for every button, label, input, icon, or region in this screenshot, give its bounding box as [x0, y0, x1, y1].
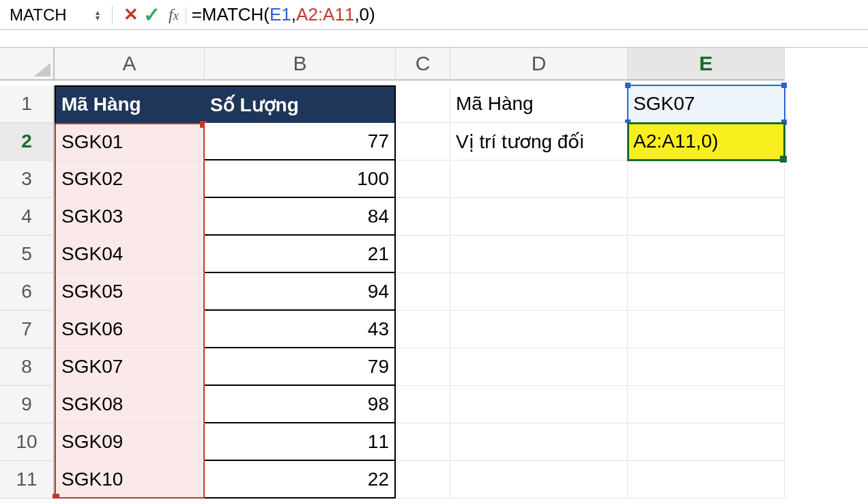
cell-C3[interactable] — [396, 160, 450, 198]
formula-input[interactable]: =MATCH(E1,A2:A11,0) — [186, 3, 864, 27]
cell-B8[interactable]: 79 — [205, 348, 396, 386]
cell-A3[interactable]: SGK02 — [55, 160, 205, 198]
toolbar-gap — [0, 30, 868, 48]
cell-editing-value: A2:A11,0) — [633, 130, 719, 152]
formula-text: =MATCH(E1,A2:A11,0) — [192, 4, 375, 25]
cell-value: SGK10 — [61, 468, 123, 490]
cell-E8[interactable] — [628, 348, 785, 386]
col-header-C[interactable]: C — [396, 48, 450, 81]
accept-formula-button[interactable]: ✓ — [141, 5, 162, 25]
cell-value: SGK07 — [633, 93, 695, 115]
cell-A5[interactable]: SGK04 — [55, 236, 205, 273]
cell-B6[interactable]: 94 — [205, 273, 396, 311]
cell-E1[interactable]: SGK07 — [628, 85, 785, 123]
cell-C6[interactable] — [396, 273, 450, 311]
cell-D11[interactable] — [450, 461, 628, 499]
fx-label[interactable]: fx — [169, 5, 179, 24]
cell-A8[interactable]: SGK07 — [55, 348, 205, 386]
range-handle-icon[interactable] — [781, 83, 787, 88]
row-header-1[interactable]: 1 — [0, 85, 55, 123]
name-box[interactable]: MATCH ▴ ▾ — [3, 3, 104, 27]
formula-bar: MATCH ▴ ▾ ✕ ✓ fx =MATCH(E1,A2:A11,0) — [0, 0, 868, 30]
cell-C1[interactable] — [396, 85, 450, 123]
row-header-11[interactable]: 11 — [0, 461, 55, 499]
cell-D5[interactable] — [450, 236, 628, 273]
cell-A2[interactable]: SGK01 — [55, 123, 205, 160]
separator — [112, 5, 113, 25]
select-all-corner[interactable] — [0, 48, 55, 81]
cell-C4[interactable] — [396, 198, 450, 236]
row-header-3[interactable]: 3 — [0, 160, 55, 198]
cell-E6[interactable] — [628, 273, 785, 311]
cell-A7[interactable]: SGK06 — [55, 311, 205, 348]
cell-A9[interactable]: SGK08 — [55, 386, 205, 423]
row-header-7[interactable]: 7 — [0, 311, 55, 348]
name-box-value: MATCH — [10, 5, 67, 25]
cell-A6[interactable]: SGK05 — [55, 273, 205, 311]
cell-A1[interactable]: Mã Hàng — [55, 85, 205, 123]
check-icon: ✓ — [143, 3, 160, 27]
cell-C7[interactable] — [396, 311, 450, 348]
range-handle-icon[interactable] — [53, 494, 59, 499]
cell-D1[interactable]: Mã Hàng — [450, 85, 628, 123]
row-header-10[interactable]: 10 — [0, 423, 55, 461]
row-header-8[interactable]: 8 — [0, 348, 55, 386]
row-header-4[interactable]: 4 — [0, 198, 55, 236]
cell-B11[interactable]: 22 — [205, 461, 396, 499]
cell-D10[interactable] — [450, 423, 628, 461]
cell-D7[interactable] — [450, 311, 628, 348]
cell-D4[interactable] — [450, 198, 628, 236]
cell-C5[interactable] — [396, 236, 450, 273]
row-header-2[interactable]: 2 — [0, 123, 55, 160]
cell-B2[interactable]: 77 — [205, 123, 396, 160]
cell-E9[interactable] — [628, 386, 785, 423]
cell-B4[interactable]: 84 — [205, 198, 396, 236]
name-box-stepper[interactable]: ▴ ▾ — [96, 10, 100, 20]
col-header-E[interactable]: E — [628, 48, 785, 81]
row-header-9[interactable]: 9 — [0, 386, 55, 423]
cell-E7[interactable] — [628, 311, 785, 348]
cell-B10[interactable]: 11 — [205, 423, 396, 461]
row-header-6[interactable]: 6 — [0, 273, 55, 311]
cancel-formula-button[interactable]: ✕ — [121, 5, 141, 25]
cell-A11[interactable]: SGK10 — [55, 461, 205, 499]
spreadsheet-grid[interactable]: A B C D E 1 Mã Hàng Số Lượng Mã Hàng SGK… — [0, 48, 868, 499]
col-header-D[interactable]: D — [450, 48, 628, 81]
cell-B9[interactable]: 98 — [205, 386, 396, 423]
close-icon: ✕ — [124, 4, 139, 25]
cell-B5[interactable]: 21 — [205, 236, 396, 273]
col-header-A[interactable]: A — [55, 48, 205, 81]
cell-E2-active[interactable]: A2:A11,0) — [628, 123, 785, 160]
cell-D6[interactable] — [450, 273, 628, 311]
cell-E5[interactable] — [628, 236, 785, 273]
cell-E10[interactable] — [628, 423, 785, 461]
cell-A10[interactable]: SGK09 — [55, 423, 205, 461]
cell-C8[interactable] — [396, 348, 450, 386]
cell-B1[interactable]: Số Lượng — [205, 85, 396, 123]
cell-C11[interactable] — [396, 461, 450, 499]
row-header-5[interactable]: 5 — [0, 236, 55, 273]
chevron-down-icon[interactable]: ▾ — [96, 15, 100, 20]
cell-D2[interactable]: Vị trí tương đối — [450, 123, 628, 160]
cell-C10[interactable] — [396, 423, 450, 461]
cell-C9[interactable] — [396, 386, 450, 423]
cell-B7[interactable]: 43 — [205, 311, 396, 348]
cell-value: SGK01 — [61, 131, 123, 153]
cell-D3[interactable] — [450, 160, 628, 198]
col-header-B[interactable]: B — [205, 48, 396, 81]
cell-A4[interactable]: SGK03 — [55, 198, 205, 236]
range-handle-icon[interactable] — [625, 83, 631, 88]
cell-E3[interactable] — [628, 160, 785, 198]
cell-D8[interactable] — [450, 348, 628, 386]
cell-E4[interactable] — [628, 198, 785, 236]
cell-B3[interactable]: 100 — [205, 160, 396, 198]
cell-E11[interactable] — [628, 461, 785, 499]
cell-C2[interactable] — [396, 123, 450, 160]
cell-D9[interactable] — [450, 386, 628, 423]
